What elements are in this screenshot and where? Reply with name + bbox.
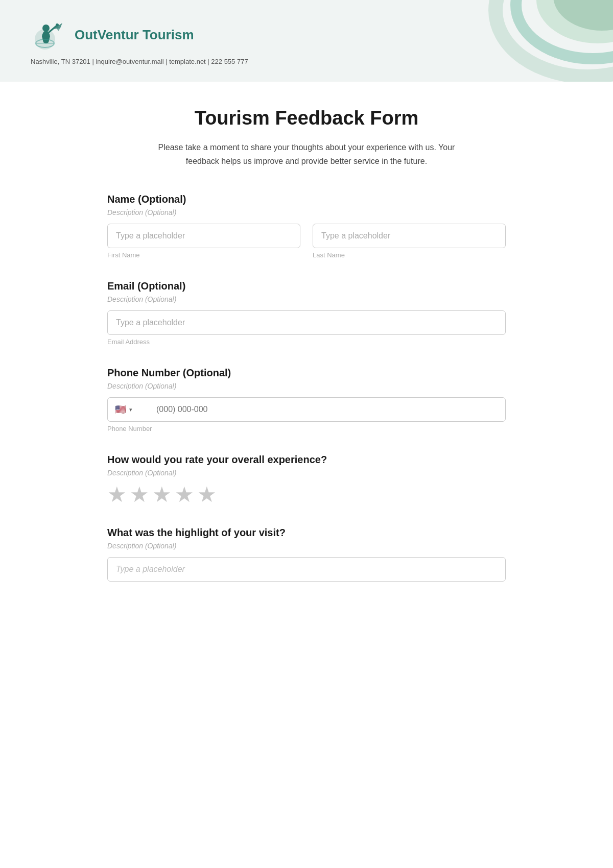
logo-row: OutVentur Tourism [31, 17, 248, 54]
star-1[interactable]: ★ [107, 484, 127, 505]
highlight-input[interactable] [107, 557, 506, 582]
company-logo-icon [31, 17, 67, 54]
phone-section-label: Phone Number (Optional) [107, 367, 506, 379]
phone-country-selector[interactable]: 🇺🇸 ▾ [107, 397, 148, 422]
company-info-block: OutVentur Tourism Nashville, TN 37201 | … [31, 17, 248, 65]
form-title: Tourism Feedback Form [107, 107, 506, 129]
company-contact-info: Nashville, TN 37201 | inquire@outventur.… [31, 58, 248, 65]
highlight-section-label: What was the highlight of your visit? [107, 527, 506, 539]
rating-section-description: Description (Optional) [107, 469, 506, 477]
email-section-label: Email (Optional) [107, 280, 506, 292]
email-section: Email (Optional) Description (Optional) … [107, 280, 506, 346]
page-header: OutVentur Tourism Nashville, TN 37201 | … [0, 0, 613, 82]
phone-hint: Phone Number [107, 425, 506, 432]
form-description: Please take a moment to share your thoug… [153, 140, 460, 168]
first-name-field-wrapper: First Name [107, 224, 300, 259]
last-name-input[interactable] [313, 224, 506, 248]
star-2[interactable]: ★ [130, 484, 149, 505]
rating-section: How would you rate your overall experien… [107, 454, 506, 505]
name-fields-row: First Name Last Name [107, 224, 506, 259]
form-main: Tourism Feedback Form Please take a mome… [77, 82, 536, 634]
rating-section-label: How would you rate your overall experien… [107, 454, 506, 466]
name-section: Name (Optional) Description (Optional) F… [107, 194, 506, 259]
email-input[interactable] [107, 310, 506, 335]
phone-number-input[interactable] [148, 397, 506, 422]
star-4[interactable]: ★ [175, 484, 194, 505]
highlight-section-description: Description (Optional) [107, 542, 506, 550]
name-section-description: Description (Optional) [107, 208, 506, 216]
last-name-hint: Last Name [313, 251, 506, 259]
company-name: OutVentur Tourism [75, 27, 194, 43]
star-3[interactable]: ★ [152, 484, 172, 505]
highlight-section: What was the highlight of your visit? De… [107, 527, 506, 582]
last-name-field-wrapper: Last Name [313, 224, 506, 259]
phone-section: Phone Number (Optional) Description (Opt… [107, 367, 506, 432]
header-decorative-graphic [470, 0, 613, 82]
first-name-input[interactable] [107, 224, 300, 248]
phone-row: 🇺🇸 ▾ [107, 397, 506, 422]
chevron-down-icon: ▾ [129, 406, 132, 413]
email-hint: Email Address [107, 338, 506, 346]
phone-section-description: Description (Optional) [107, 382, 506, 390]
first-name-hint: First Name [107, 251, 300, 259]
star-5[interactable]: ★ [197, 484, 217, 505]
email-section-description: Description (Optional) [107, 295, 506, 303]
name-section-label: Name (Optional) [107, 194, 506, 205]
flag-emoji: 🇺🇸 [115, 404, 126, 415]
star-rating-row: ★ ★ ★ ★ ★ [107, 484, 506, 505]
